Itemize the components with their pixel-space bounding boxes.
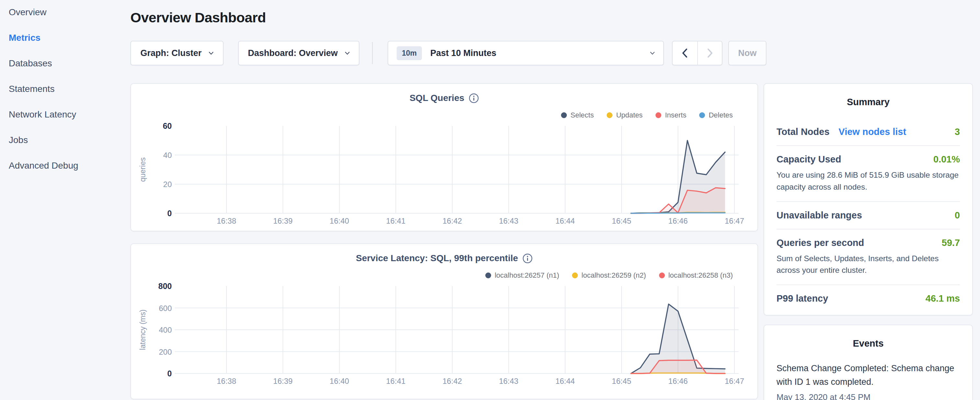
svg-text:60: 60 [163, 121, 172, 131]
now-button[interactable]: Now [728, 41, 767, 65]
graph-scope-value: Graph: Cluster [140, 48, 202, 58]
svg-text:40: 40 [163, 151, 172, 159]
svg-text:queries: queries [138, 157, 147, 182]
svg-text:16:39: 16:39 [273, 377, 293, 386]
svg-text:16:42: 16:42 [442, 217, 462, 225]
svg-text:16:47: 16:47 [725, 377, 744, 386]
svg-text:16:46: 16:46 [668, 217, 688, 225]
sidebar-item-statements[interactable]: Statements [9, 83, 125, 94]
svg-text:16:43: 16:43 [499, 217, 518, 225]
summary-label: Unavailable ranges [776, 210, 862, 221]
svg-text:800: 800 [158, 282, 172, 291]
page-title: Overview Dashboard [130, 10, 266, 25]
summary-label: Total Nodes [776, 126, 830, 137]
summary-description: You are using 28.6 MiB of 515.9 GiB usab… [776, 169, 960, 193]
summary-panel: Summary Total Nodes View nodes list 3 Ca… [764, 83, 973, 316]
summary-row-total-nodes: Total Nodes View nodes list 3 [776, 118, 960, 145]
svg-text:16:38: 16:38 [217, 217, 236, 225]
chevron-down-icon [650, 51, 655, 56]
summary-rows: Total Nodes View nodes list 3 Capacity U… [776, 118, 960, 312]
svg-text:16:41: 16:41 [386, 217, 406, 225]
events-title: Events [776, 338, 960, 349]
sidebar: Overview Metrics Databases Statements Ne… [9, 7, 125, 171]
svg-text:latency (ms): latency (ms) [138, 309, 147, 350]
sidebar-item-databases[interactable]: Databases [9, 58, 125, 69]
summary-value: 46.1 ms [926, 293, 960, 304]
sidebar-item-advanced-debug[interactable]: Advanced Debug [9, 160, 125, 171]
svg-text:16:43: 16:43 [499, 377, 518, 386]
time-window-dropdown[interactable]: 10m Past 10 Minutes [388, 41, 664, 65]
events-panel: Events Schema Change Completed: Schema c… [764, 325, 973, 400]
svg-text:16:45: 16:45 [612, 217, 631, 225]
svg-text:600: 600 [159, 304, 172, 312]
svg-text:20: 20 [163, 180, 172, 189]
time-prev-button[interactable] [673, 41, 697, 65]
chevron-left-icon [680, 47, 690, 59]
summary-value: 3 [955, 126, 960, 137]
summary-row-capacity-used: Capacity Used 0.01% You are using 28.6 M… [776, 145, 960, 201]
chevron-right-icon [705, 47, 715, 59]
dashboard-dropdown[interactable]: Dashboard: Overview [238, 41, 360, 65]
summary-label: Queries per second [776, 237, 864, 248]
svg-text:16:46: 16:46 [668, 377, 688, 386]
svg-text:16:44: 16:44 [555, 377, 575, 386]
summary-value: 0.01% [934, 154, 960, 165]
svg-text:16:42: 16:42 [442, 377, 462, 386]
service-latency-chart[interactable]: 020040060080016:3816:3916:4016:4116:4216… [131, 244, 759, 392]
svg-text:200: 200 [159, 347, 172, 356]
sidebar-item-metrics[interactable]: Metrics [9, 32, 125, 43]
time-window-badge: 10m [397, 46, 422, 60]
svg-text:16:47: 16:47 [725, 217, 744, 225]
summary-row-queries-per-second: Queries per second 59.7 Sum of Selects, … [776, 229, 960, 285]
svg-text:16:41: 16:41 [386, 377, 406, 386]
time-window-value: Past 10 Minutes [430, 48, 496, 58]
summary-value: 0 [955, 210, 960, 221]
time-next-button[interactable] [697, 41, 722, 65]
time-pager [672, 41, 722, 65]
chevron-down-icon [209, 51, 213, 56]
now-button-label: Now [738, 48, 757, 58]
chevron-down-icon [345, 51, 350, 56]
sidebar-item-jobs[interactable]: Jobs [9, 135, 125, 145]
summary-description: Sum of Selects, Updates, Inserts, and De… [776, 253, 960, 277]
svg-text:0: 0 [167, 369, 172, 378]
sql-queries-chart[interactable]: 020406016:3816:3916:4016:4116:4216:4316:… [131, 84, 759, 232]
svg-text:16:44: 16:44 [555, 217, 575, 225]
summary-value: 59.7 [942, 237, 960, 248]
summary-title: Summary [776, 97, 960, 107]
svg-text:0: 0 [167, 209, 172, 218]
svg-text:16:40: 16:40 [330, 217, 349, 225]
summary-row-unavailable-ranges: Unavailable ranges 0 [776, 201, 960, 229]
svg-text:16:40: 16:40 [330, 377, 349, 386]
svg-text:16:38: 16:38 [217, 377, 236, 386]
svg-text:16:45: 16:45 [612, 377, 631, 386]
graph-scope-dropdown[interactable]: Graph: Cluster [130, 41, 224, 65]
overview-dashboard-page: { "sidebar": { "items": [ {"label": "Ove… [0, 0, 980, 400]
service-latency-panel: Service Latency: SQL, 99th percentile lo… [130, 243, 758, 399]
summary-row-p99-latency: P99 latency 46.1 ms [776, 284, 960, 312]
sidebar-item-network-latency[interactable]: Network Latency [9, 109, 125, 120]
sidebar-item-overview[interactable]: Overview [9, 7, 125, 18]
event-message: Schema Change Completed: Schema change w… [776, 362, 960, 389]
summary-label: Capacity Used [776, 154, 841, 165]
svg-text:16:39: 16:39 [273, 217, 293, 225]
summary-label: P99 latency [776, 293, 828, 304]
event-timestamp: May 13, 2020 at 4:45 PM [776, 392, 960, 400]
toolbar-divider [372, 42, 373, 64]
sql-queries-panel: SQL Queries Selects Updates Inserts Dele… [130, 83, 758, 231]
view-nodes-list-link[interactable]: View nodes list [838, 126, 906, 137]
dashboard-value: Dashboard: Overview [248, 48, 338, 58]
svg-text:400: 400 [159, 325, 172, 334]
